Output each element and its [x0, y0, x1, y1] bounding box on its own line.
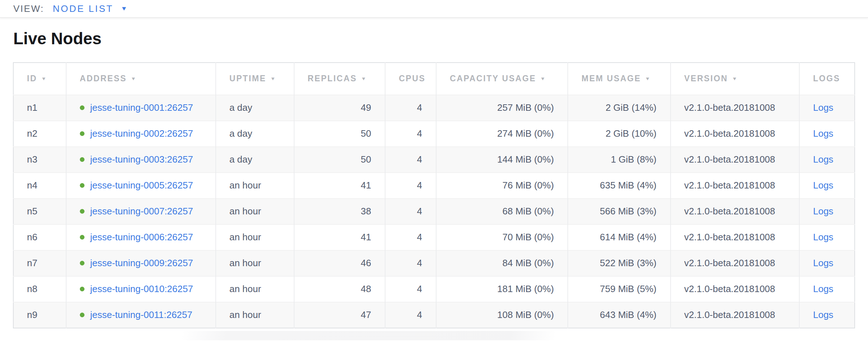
sort-caret-icon: ▼ [361, 76, 367, 81]
node-version-cell: v2.1.0-beta.20181008 [671, 199, 799, 224]
column-header-replicas[interactable]: REPLICAS▼ [294, 63, 385, 95]
node-logs-cell: Logs [799, 302, 855, 328]
node-capacity-cell: 108 MiB (0%) [436, 302, 568, 328]
column-header-id[interactable]: ID▼ [13, 63, 66, 95]
logs-link[interactable]: Logs [813, 283, 833, 294]
node-capacity-cell: 76 MiB (0%) [436, 173, 568, 199]
node-replicas-cell: 41 [294, 224, 385, 250]
node-address-link[interactable]: jesse-tuning-0003:26257 [90, 154, 193, 165]
node-address-link[interactable]: jesse-tuning-0011:26257 [90, 309, 192, 320]
table-row: n3 jesse-tuning-0003:26257 a day 50 4 14… [13, 147, 855, 173]
node-uptime-cell: a day [216, 147, 294, 173]
logs-link[interactable]: Logs [813, 309, 833, 320]
node-capacity-cell: 181 MiB (0%) [436, 276, 568, 302]
node-capacity-cell: 274 MiB (0%) [436, 121, 568, 147]
column-header-label: REPLICAS [308, 74, 357, 83]
logs-link[interactable]: Logs [813, 128, 833, 139]
node-replicas-cell: 41 [294, 173, 385, 199]
logs-link[interactable]: Logs [813, 180, 833, 191]
column-header-label: CPUS [399, 74, 425, 83]
node-cpus-cell: 4 [385, 302, 436, 328]
table-row: n4 jesse-tuning-0005:26257 an hour 41 4 … [13, 173, 855, 199]
node-logs-cell: Logs [799, 199, 855, 224]
column-header-version[interactable]: VERSION▼ [671, 63, 799, 95]
logs-link[interactable]: Logs [813, 206, 833, 217]
node-replicas-cell: 50 [294, 121, 385, 147]
node-uptime-cell: an hour [216, 199, 294, 224]
node-cpus-cell: 4 [385, 199, 436, 224]
column-header-label: LOGS [813, 74, 840, 83]
node-logs-cell: Logs [799, 121, 855, 147]
column-header-label: ID [27, 74, 37, 83]
node-version-cell: v2.1.0-beta.20181008 [671, 95, 799, 121]
node-address-cell: jesse-tuning-0011:26257 [66, 302, 216, 328]
node-id-cell: n3 [13, 147, 66, 173]
column-header-label: CAPACITY USAGE [450, 74, 536, 83]
node-logs-cell: Logs [799, 173, 855, 199]
node-logs-cell: Logs [799, 95, 855, 121]
node-mem-cell: 635 MiB (4%) [568, 173, 670, 199]
node-version-cell: v2.1.0-beta.20181008 [671, 302, 799, 328]
node-capacity-cell: 68 MiB (0%) [436, 199, 568, 224]
node-online-icon [80, 105, 84, 110]
column-header-label: UPTIME [229, 74, 266, 83]
node-capacity-cell: 70 MiB (0%) [436, 224, 568, 250]
logs-link[interactable]: Logs [813, 154, 833, 165]
node-uptime-cell: an hour [216, 302, 294, 328]
node-address-link[interactable]: jesse-tuning-0009:26257 [90, 258, 193, 268]
node-online-icon [80, 183, 84, 188]
sort-caret-icon: ▼ [131, 76, 137, 81]
node-address-link[interactable]: jesse-tuning-0007:26257 [90, 206, 193, 217]
column-header-label: VERSION [684, 74, 728, 83]
node-capacity-cell: 84 MiB (0%) [436, 250, 568, 276]
column-header-mem-usage[interactable]: MEM USAGE▼ [568, 63, 670, 95]
node-address-link[interactable]: jesse-tuning-0010:26257 [90, 283, 193, 294]
column-header-uptime[interactable]: UPTIME▼ [216, 63, 294, 95]
node-mem-cell: 566 MiB (3%) [568, 199, 670, 224]
node-address-link[interactable]: jesse-tuning-0006:26257 [90, 232, 193, 242]
node-id-cell: n5 [13, 199, 66, 224]
node-address-cell: jesse-tuning-0007:26257 [66, 199, 216, 224]
node-uptime-cell: an hour [216, 224, 294, 250]
node-capacity-cell: 144 MiB (0%) [436, 147, 568, 173]
node-mem-cell: 643 MiB (4%) [568, 302, 670, 328]
node-address-cell: jesse-tuning-0002:26257 [66, 121, 216, 147]
view-label: VIEW: [13, 3, 44, 14]
sort-caret-icon: ▼ [645, 76, 651, 81]
node-replicas-cell: 48 [294, 276, 385, 302]
node-version-cell: v2.1.0-beta.20181008 [671, 121, 799, 147]
node-id-cell: n4 [13, 173, 66, 199]
sort-caret-icon: ▼ [270, 76, 276, 81]
node-replicas-cell: 46 [294, 250, 385, 276]
view-dropdown[interactable]: NODE LIST ▼ [53, 3, 128, 14]
node-logs-cell: Logs [799, 224, 855, 250]
node-address-cell: jesse-tuning-0009:26257 [66, 250, 216, 276]
logs-link[interactable]: Logs [813, 232, 833, 242]
node-mem-cell: 2 GiB (10%) [568, 121, 670, 147]
sort-caret-icon: ▼ [732, 76, 738, 81]
node-capacity-cell: 257 MiB (0%) [436, 95, 568, 121]
node-replicas-cell: 38 [294, 199, 385, 224]
live-nodes-table-container: ID▼ ADDRESS▼ UPTIME▼ REPLICAS▼ CPUS CAPA… [13, 62, 855, 328]
node-online-icon [80, 209, 84, 214]
logs-link[interactable]: Logs [813, 258, 833, 268]
column-header-label: ADDRESS [80, 74, 127, 83]
node-mem-cell: 1 GiB (8%) [568, 147, 670, 173]
node-mem-cell: 614 MiB (4%) [568, 224, 670, 250]
column-header-capacity-usage[interactable]: CAPACITY USAGE▼ [436, 63, 568, 95]
node-address-link[interactable]: jesse-tuning-0002:26257 [90, 128, 193, 139]
node-logs-cell: Logs [799, 250, 855, 276]
node-cpus-cell: 4 [385, 121, 436, 147]
table-row: n8 jesse-tuning-0010:26257 an hour 48 4 … [13, 276, 855, 302]
node-address-link[interactable]: jesse-tuning-0001:26257 [90, 102, 193, 113]
caret-down-icon: ▼ [120, 5, 127, 12]
column-header-logs: LOGS [799, 63, 855, 95]
node-address-cell: jesse-tuning-0006:26257 [66, 224, 216, 250]
node-address-link[interactable]: jesse-tuning-0005:26257 [90, 180, 193, 191]
node-address-cell: jesse-tuning-0005:26257 [66, 173, 216, 199]
node-mem-cell: 2 GiB (14%) [568, 95, 670, 121]
node-uptime-cell: an hour [216, 250, 294, 276]
node-id-cell: n1 [13, 95, 66, 121]
logs-link[interactable]: Logs [813, 102, 833, 113]
column-header-address[interactable]: ADDRESS▼ [66, 63, 216, 95]
